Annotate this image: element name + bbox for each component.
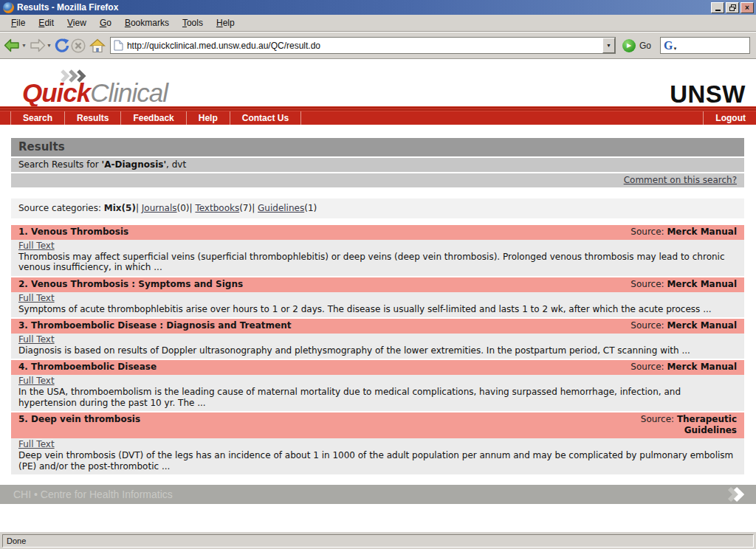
footer-text: CHI • Centre for Health Informatics xyxy=(13,488,173,500)
main-nav-bar: SearchResultsFeedbackHelpContact Us Logo… xyxy=(0,111,756,125)
category-guidelines[interactable]: Guidelines(1) xyxy=(258,203,317,213)
result-description: Diagnosis is based on results of Doppler… xyxy=(18,345,737,356)
nav-feedback[interactable]: Feedback xyxy=(120,111,185,125)
result-body: Full TextDeep vein thrombosis (DVT) of t… xyxy=(11,438,744,474)
nav-contact-us[interactable]: Contact Us xyxy=(230,111,301,125)
comment-link[interactable]: Comment on this search? xyxy=(624,175,737,185)
footer-bar: CHI • Centre for Health Informatics xyxy=(0,485,756,504)
full-text-link[interactable]: Full Text xyxy=(18,376,55,387)
web-search-input[interactable] xyxy=(678,41,749,51)
source-categories: Source categories: Mix(5)| Journals(0)| … xyxy=(11,198,744,218)
url-bar: ▼ xyxy=(110,37,616,54)
main-nav-items: SearchResultsFeedbackHelpContact Us xyxy=(10,111,301,125)
result-source: Source: Merck Manual xyxy=(630,362,737,373)
red-stripes-divider xyxy=(0,106,756,111)
result-item: 2. Venous Thrombosis : Symptoms and Sign… xyxy=(11,277,744,317)
close-button[interactable]: × xyxy=(740,2,754,13)
full-text-link[interactable]: Full Text xyxy=(18,439,55,450)
page-icon xyxy=(114,40,123,51)
footer-chevron-icon xyxy=(724,486,747,503)
go-button[interactable]: ▶ xyxy=(622,39,636,52)
forward-button[interactable] xyxy=(29,37,46,54)
menubar: FileEditViewGoBookmarksToolsHelp xyxy=(0,15,756,32)
result-source: Source: Therapeutic Guidelines xyxy=(608,414,737,436)
result-title: 5. Deep vein thrombosis xyxy=(18,414,140,425)
url-dropdown[interactable]: ▼ xyxy=(602,38,615,53)
search-summary-suffix: , dvt xyxy=(166,159,186,170)
status-text: Done xyxy=(2,534,754,548)
result-item: 4. Thromboembolic DiseaseSource: Merck M… xyxy=(11,360,744,411)
source-categories-label: Source categories: xyxy=(18,203,104,213)
title-bar: Results - Mozilla Firefox × xyxy=(0,0,756,15)
category-journals[interactable]: Journals(0) xyxy=(142,203,190,213)
restore-button[interactable] xyxy=(726,2,739,13)
menu-tools[interactable]: Tools xyxy=(176,15,210,30)
result-body: Full TextIn the USA, thromboembolism is … xyxy=(11,375,744,411)
result-title: 1. Venous Thrombosis xyxy=(18,227,128,238)
url-input[interactable] xyxy=(123,41,602,51)
back-arrow-icon xyxy=(4,38,21,53)
forward-dropdown[interactable]: ▼ xyxy=(46,43,54,48)
home-icon xyxy=(89,38,106,53)
stop-icon xyxy=(70,38,86,54)
menu-help[interactable]: Help xyxy=(210,15,241,30)
search-summary-prefix: Search Results for xyxy=(18,159,102,170)
logo-text: QuickClinical xyxy=(22,80,168,105)
result-body: Full TextDiagnosis is based on results o… xyxy=(11,334,744,359)
stop-button[interactable] xyxy=(70,37,86,55)
result-description: Thrombosis may affect superficial veins … xyxy=(18,252,737,273)
back-button[interactable] xyxy=(4,37,21,54)
page-title: Results xyxy=(11,138,744,156)
back-dropdown[interactable]: ▼ xyxy=(21,43,29,48)
forward-arrow-icon xyxy=(29,38,46,53)
reload-icon xyxy=(54,38,70,54)
result-description: Symptoms of acute thrombophlebitis arise… xyxy=(18,304,737,315)
result-description: Deep vein thrombosis (DVT) of the legs h… xyxy=(18,450,737,472)
nav-logout[interactable]: Logout xyxy=(703,111,756,125)
result-item: 3. Thromboembolic Disease : Diagnosis an… xyxy=(11,319,744,359)
result-title: 3. Thromboembolic Disease : Diagnosis an… xyxy=(18,320,291,331)
full-text-link[interactable]: Full Text xyxy=(18,241,55,252)
nav-toolbar: ▼ ▼ ▼ ▶ Go G▼ xyxy=(0,32,756,59)
menu-view[interactable]: View xyxy=(61,15,93,30)
logo-quick: Quick xyxy=(22,78,90,107)
menu-file[interactable]: File xyxy=(4,15,32,30)
menu-go[interactable]: Go xyxy=(93,15,118,30)
viewport-spacer xyxy=(0,504,756,531)
result-title: 4. Thromboembolic Disease xyxy=(18,362,157,373)
search-query: 'A-Diagnosis' xyxy=(102,159,167,170)
category-mix: Mix(5) xyxy=(104,203,136,213)
nav-search[interactable]: Search xyxy=(10,111,64,125)
result-header: 4. Thromboembolic DiseaseSource: Merck M… xyxy=(11,360,744,375)
result-header: 1. Venous ThrombosisSource: Merck Manual xyxy=(11,225,744,240)
menu-bookmarks[interactable]: Bookmarks xyxy=(118,15,176,30)
page-viewport: QuickClinical UNSW SearchResultsFeedback… xyxy=(0,59,756,531)
nav-help[interactable]: Help xyxy=(186,111,230,125)
result-description: In the USA, thromboembolism is the leadi… xyxy=(18,387,737,408)
reload-button[interactable] xyxy=(54,37,70,55)
full-text-link[interactable]: Full Text xyxy=(18,293,55,304)
result-header: 3. Thromboembolic Disease : Diagnosis an… xyxy=(11,319,744,334)
browser-window: Results - Mozilla Firefox × FileEditView… xyxy=(0,0,756,549)
search-engine-dropdown-icon[interactable]: ▼ xyxy=(673,46,677,51)
go-label: Go xyxy=(639,41,651,51)
menu-edit[interactable]: Edit xyxy=(32,15,61,30)
minimize-button[interactable] xyxy=(711,2,724,13)
result-title: 2. Venous Thrombosis : Symptoms and Sign… xyxy=(18,279,243,290)
result-item: 1. Venous ThrombosisSource: Merck Manual… xyxy=(11,225,744,276)
status-bar: Done xyxy=(0,531,756,549)
result-body: Full TextThrombosis may affect superfici… xyxy=(11,240,744,276)
full-text-link[interactable]: Full Text xyxy=(18,334,55,345)
play-icon: ▶ xyxy=(627,42,631,49)
window-controls: × xyxy=(709,2,754,13)
result-body: Full TextSymptoms of acute thrombophlebi… xyxy=(11,292,744,317)
quickclinical-logo[interactable]: QuickClinical xyxy=(22,69,168,105)
result-source: Source: Merck Manual xyxy=(630,227,737,238)
result-source: Source: Merck Manual xyxy=(630,279,737,290)
nav-results[interactable]: Results xyxy=(64,111,120,125)
home-button[interactable] xyxy=(89,38,106,54)
comment-bar: Comment on this search? xyxy=(11,173,744,187)
logout-wrap: Logout xyxy=(703,111,756,125)
page-header: QuickClinical UNSW xyxy=(0,59,756,106)
category-textbooks[interactable]: Textbooks(7) xyxy=(195,203,252,213)
